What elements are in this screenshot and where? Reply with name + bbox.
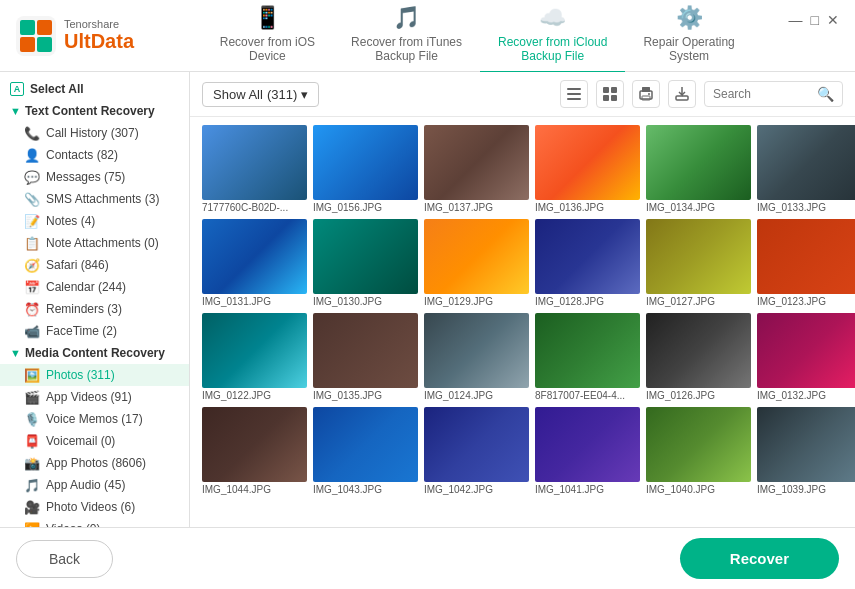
tab-repair[interactable]: ⚙️ Repair Operating System — [625, 0, 752, 74]
app-photos-label: App Photos (8606) — [46, 456, 146, 470]
photo-thumb-IMG_0129 — [424, 219, 529, 294]
photo-cell-IMG_0135[interactable]: IMG_0135.JPG — [313, 313, 418, 401]
photo-thumb-IMG_0124 — [424, 313, 529, 388]
search-icon[interactable]: 🔍 — [817, 86, 834, 102]
sidebar-item-app-photos[interactable]: 📸 App Photos (8606) — [0, 452, 189, 474]
search-input[interactable] — [713, 87, 813, 101]
itunes-icon: 🎵 — [393, 5, 420, 31]
select-all-item[interactable]: A Select All — [0, 78, 189, 100]
sidebar-item-calendar[interactable]: 📅 Calendar (244) — [0, 276, 189, 298]
photo-cell-IMG_0136[interactable]: IMG_0136.JPG — [535, 125, 640, 213]
photo-cell-IMG_1042[interactable]: IMG_1042.JPG — [424, 407, 529, 495]
logo-area: Tenorshare UltData — [16, 16, 146, 56]
notes-icon: 📝 — [24, 213, 40, 229]
photo-thumb-IMG_1039 — [757, 407, 855, 482]
photo-cell-7177760C[interactable]: 7177760C-B02D-... — [202, 125, 307, 213]
photo-cell-IMG_0131[interactable]: IMG_0131.JPG — [202, 219, 307, 307]
close-button[interactable]: ✕ — [827, 12, 839, 28]
sidebar-item-notes[interactable]: 📝 Notes (4) — [0, 210, 189, 232]
voice-memos-icon: 🎙️ — [24, 411, 40, 427]
export-icon — [674, 86, 690, 102]
photo-thumb-IMG_0126 — [646, 313, 751, 388]
grid-view-button[interactable] — [596, 80, 624, 108]
photo-cell-IMG_0129[interactable]: IMG_0129.JPG — [424, 219, 529, 307]
repair-icon: ⚙️ — [676, 5, 703, 31]
photo-cell-8F817007[interactable]: 8F817007-EE04-4... — [535, 313, 640, 401]
sidebar-item-reminders[interactable]: ⏰ Reminders (3) — [0, 298, 189, 320]
sidebar-item-messages[interactable]: 💬 Messages (75) — [0, 166, 189, 188]
sidebar-item-facetime[interactable]: 📹 FaceTime (2) — [0, 320, 189, 342]
photo-cell-IMG_1043[interactable]: IMG_1043.JPG — [313, 407, 418, 495]
sidebar-item-app-videos[interactable]: 🎬 App Videos (91) — [0, 386, 189, 408]
sidebar-item-voicemail[interactable]: 📮 Voicemail (0) — [0, 430, 189, 452]
photo-cell-IMG_0134[interactable]: IMG_0134.JPG — [646, 125, 751, 213]
svg-rect-1 — [20, 20, 35, 35]
grid-view-icon — [602, 86, 618, 102]
svg-rect-5 — [567, 88, 581, 90]
sidebar-item-voice-memos[interactable]: 🎙️ Voice Memos (17) — [0, 408, 189, 430]
sidebar-item-sms-attachments[interactable]: 📎 SMS Attachments (3) — [0, 188, 189, 210]
export-button[interactable] — [668, 80, 696, 108]
photo-thumb-IMG_0132 — [757, 313, 855, 388]
sidebar-item-contacts[interactable]: 👤 Contacts (82) — [0, 144, 189, 166]
photo-cell-IMG_0123[interactable]: IMG_0123.JPG — [757, 219, 855, 307]
tab-ios-device[interactable]: 📱 Recover from iOS Device — [202, 0, 333, 74]
sidebar-item-note-attachments[interactable]: 📋 Note Attachments (0) — [0, 232, 189, 254]
svg-rect-2 — [37, 20, 52, 35]
sidebar-item-app-audio[interactable]: 🎵 App Audio (45) — [0, 474, 189, 496]
photo-cell-IMG_0156[interactable]: IMG_0156.JPG — [313, 125, 418, 213]
photo-cell-IMG_0137[interactable]: IMG_0137.JPG — [424, 125, 529, 213]
print-button[interactable] — [632, 80, 660, 108]
photo-label-IMG_0137: IMG_0137.JPG — [424, 202, 529, 213]
sidebar-item-photos[interactable]: 🖼️ Photos (311) — [0, 364, 189, 386]
photo-cell-IMG_0130[interactable]: IMG_0130.JPG — [313, 219, 418, 307]
tab-icloud[interactable]: ☁️ Recover from iCloud Backup File — [480, 0, 625, 74]
photo-label-IMG_0135: IMG_0135.JPG — [313, 390, 418, 401]
photo-cell-IMG_0128[interactable]: IMG_0128.JPG — [535, 219, 640, 307]
show-all-button[interactable]: Show All (311) ▾ — [202, 82, 319, 107]
photo-cell-IMG_1040[interactable]: IMG_1040.JPG — [646, 407, 751, 495]
app-photos-icon: 📸 — [24, 455, 40, 471]
text-content-section-label: Text Content Recovery — [25, 104, 155, 118]
photo-thumb-8F817007 — [535, 313, 640, 388]
media-content-section-icon: ▼ — [10, 347, 21, 359]
photo-cell-IMG_1044[interactable]: IMG_1044.JPG — [202, 407, 307, 495]
svg-rect-6 — [567, 93, 581, 95]
photo-cell-IMG_0126[interactable]: IMG_0126.JPG — [646, 313, 751, 401]
reminders-label: Reminders (3) — [46, 302, 122, 316]
photo-thumb-IMG_1044 — [202, 407, 307, 482]
sidebar-item-videos[interactable]: ▶️ Videos (0) — [0, 518, 189, 527]
photo-cell-IMG_0127[interactable]: IMG_0127.JPG — [646, 219, 751, 307]
facetime-label: FaceTime (2) — [46, 324, 117, 338]
voicemail-icon: 📮 — [24, 433, 40, 449]
logo-brand: Tenorshare — [64, 18, 134, 30]
photo-label-IMG_0129: IMG_0129.JPG — [424, 296, 529, 307]
photo-cell-IMG_1041[interactable]: IMG_1041.JPG — [535, 407, 640, 495]
search-box: 🔍 — [704, 81, 843, 107]
recover-button[interactable]: Recover — [680, 538, 839, 579]
photo-label-IMG_1039: IMG_1039.JPG — [757, 484, 855, 495]
app-audio-icon: 🎵 — [24, 477, 40, 493]
photo-cell-IMG_0122[interactable]: IMG_0122.JPG — [202, 313, 307, 401]
photo-cell-IMG_0124[interactable]: IMG_0124.JPG — [424, 313, 529, 401]
photo-row-3: IMG_1044.JPGIMG_1043.JPGIMG_1042.JPGIMG_… — [202, 407, 843, 495]
sidebar-section-media-content: ▼ Media Content Recovery — [0, 342, 189, 364]
minimize-button[interactable]: — — [789, 12, 803, 28]
media-content-section-label: Media Content Recovery — [25, 346, 165, 360]
tab-itunes[interactable]: 🎵 Recover from iTunes Backup File — [333, 0, 480, 74]
list-view-button[interactable] — [560, 80, 588, 108]
app-videos-label: App Videos (91) — [46, 390, 132, 404]
photos-label: Photos (311) — [46, 368, 115, 382]
photo-cell-IMG_1039[interactable]: IMG_1039.JPG — [757, 407, 855, 495]
photo-cell-IMG_0133[interactable]: IMG_0133.JPG — [757, 125, 855, 213]
sidebar-item-photo-videos[interactable]: 🎥 Photo Videos (6) — [0, 496, 189, 518]
photo-videos-label: Photo Videos (6) — [46, 500, 135, 514]
photo-thumb-IMG_0130 — [313, 219, 418, 294]
photo-label-IMG_1043: IMG_1043.JPG — [313, 484, 418, 495]
sidebar-item-call-history[interactable]: 📞 Call History (307) — [0, 122, 189, 144]
content-area: Show All (311) ▾ — [190, 72, 855, 527]
photo-cell-IMG_0132[interactable]: IMG_0132.JPG — [757, 313, 855, 401]
maximize-button[interactable]: □ — [811, 12, 819, 28]
back-button[interactable]: Back — [16, 540, 113, 578]
sidebar-item-safari[interactable]: 🧭 Safari (846) — [0, 254, 189, 276]
